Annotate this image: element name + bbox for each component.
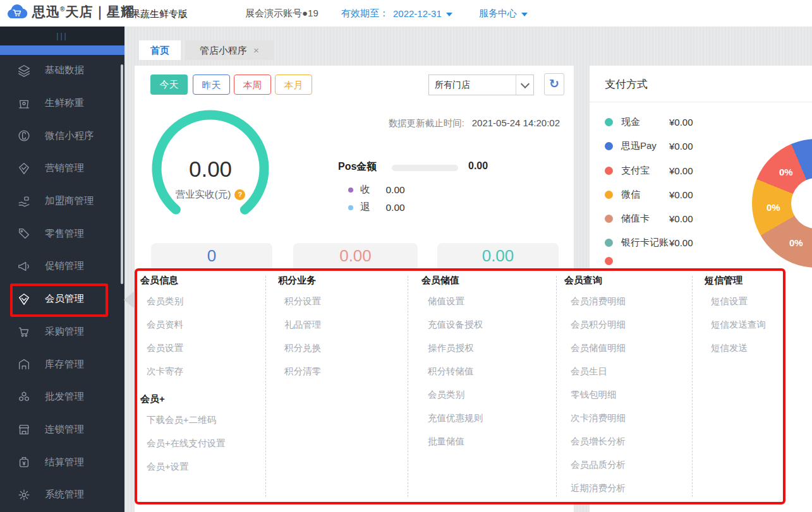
- filter-this-week-button[interactable]: 本周: [234, 74, 271, 95]
- section-header: 积分业务: [278, 271, 404, 290]
- tab-miniprogram[interactable]: 管店小程序 ×: [185, 40, 274, 60]
- revenue-label: 营业实收(元): [176, 188, 231, 201]
- tab-miniprogram-label: 管店小程序: [200, 40, 247, 60]
- menu-item[interactable]: 会员生日: [564, 360, 689, 383]
- menu-item[interactable]: 次卡消费明细: [564, 407, 689, 430]
- popup-column-member-info: 会员信息 会员类别 会员资料 会员设置 次卡寄存 会员+ 下载会员+二维码 会员…: [140, 271, 264, 479]
- sidebar-item-system[interactable]: 系统管理: [0, 479, 124, 511]
- menu-item[interactable]: 批量储值: [421, 430, 553, 453]
- menu-item[interactable]: 会员+设置: [140, 455, 264, 479]
- sidebar-item-marketing[interactable]: 营销管理: [0, 152, 124, 185]
- menu-item[interactable]: 会员品质分析: [564, 453, 689, 477]
- sidebar-item-settlement[interactable]: 结算管理: [0, 446, 124, 479]
- legend-stored-value-card: 储值卡 ¥0.00: [605, 213, 693, 225]
- legend-dot-icon: [605, 215, 613, 223]
- menu-item[interactable]: 会员+在线支付设置: [140, 432, 264, 455]
- franchise-icon: [17, 194, 31, 208]
- receive-label: 收: [360, 183, 370, 196]
- filter-today-button[interactable]: 今天: [150, 74, 188, 95]
- filter-this-month-button[interactable]: 本月: [275, 74, 312, 95]
- donut-label-alipay: 0%: [779, 167, 793, 177]
- menu-item[interactable]: 积分清零: [278, 360, 404, 383]
- chevron-down-icon: [520, 79, 529, 88]
- refund-dot-icon: [348, 205, 353, 210]
- data-update-time: 数据更新截止时间:2021-05-24 14:20:02: [389, 117, 560, 129]
- menu-item[interactable]: 短信发送: [705, 336, 787, 360]
- legend-dot-icon: [605, 142, 613, 150]
- sidebar-item-wechat-miniprogram[interactable]: 微信小程序: [0, 119, 124, 152]
- filter-yesterday-button[interactable]: 昨天: [193, 74, 230, 95]
- member-management-popup: 会员信息 会员类别 会员资料 会员设置 次卡寄存 会员+ 下载会员+二维码 会员…: [135, 268, 785, 504]
- menu-item[interactable]: 会员储值明细: [564, 336, 689, 360]
- sidebar-scrollbar[interactable]: [121, 64, 123, 284]
- gear-icon: [17, 488, 31, 502]
- validity-label: 有效期至：: [341, 8, 389, 20]
- menu-item[interactable]: 下载会员+二维码: [140, 408, 264, 432]
- pos-total-value: 0.00: [468, 160, 488, 172]
- pos-refund-row: 退 0.00: [348, 201, 405, 214]
- menu-item[interactable]: 积分设置: [278, 290, 404, 313]
- store-select[interactable]: 所有门店: [428, 74, 534, 95]
- validity-dropdown[interactable]: 有效期至：2022-12-31: [341, 8, 452, 20]
- menu-item[interactable]: 会员类别: [140, 290, 264, 313]
- section-header: 会员查询: [564, 271, 689, 290]
- divider: [590, 102, 812, 102]
- menu-item[interactable]: 短信设置: [705, 290, 787, 313]
- donut-label-wechat: 0%: [767, 202, 780, 213]
- close-icon[interactable]: ×: [253, 40, 259, 60]
- legend-sixun-pay: 思迅Pay ¥0.00: [605, 140, 693, 152]
- layers-icon: [17, 64, 31, 78]
- select-chevron-area[interactable]: [516, 75, 533, 95]
- sidebar-item-chain-store[interactable]: 连锁管理: [0, 414, 124, 446]
- service-center-label: 服务中心: [479, 8, 517, 20]
- menu-item[interactable]: 积分转储值: [421, 360, 553, 383]
- sidebar-item-inventory[interactable]: 库存管理: [0, 348, 124, 381]
- store-select-value: 所有门店: [429, 80, 516, 91]
- revenue-label-row: 营业实收(元) ?: [150, 188, 270, 201]
- storefront-icon: [17, 422, 31, 436]
- sidebar-item-member-management[interactable]: 会员管理: [0, 283, 124, 316]
- menu-item[interactable]: 充值设备授权: [421, 313, 553, 336]
- tag-icon: [17, 227, 31, 241]
- sidebar-item-retail[interactable]: 零售管理: [0, 217, 124, 250]
- sidebar-item-purchasing[interactable]: 采购管理: [0, 316, 124, 348]
- wallet-icon: [17, 455, 31, 469]
- menu-item[interactable]: 会员资料: [140, 313, 264, 336]
- revenue-value: 0.00: [150, 157, 270, 182]
- chevron-down-icon: [446, 13, 452, 16]
- menu-item[interactable]: 次卡寄存: [140, 360, 264, 383]
- sidebar-menu: 基础数据 生鲜称重 微信小程序 营销管理 加盟商管理 零售管理: [0, 54, 124, 511]
- menu-item[interactable]: 会员类别: [421, 383, 553, 407]
- pos-amount-title: Pos金额: [338, 160, 377, 174]
- cart-icon: [17, 324, 31, 338]
- menu-item[interactable]: 会员积分明细: [564, 313, 689, 336]
- menu-item[interactable]: 礼品管理: [278, 313, 404, 336]
- menu-item[interactable]: 充值优惠规则: [421, 407, 553, 430]
- sidebar-item-wholesale[interactable]: 批发管理: [0, 381, 124, 414]
- menu-item[interactable]: 操作员授权: [421, 336, 553, 360]
- menu-item[interactable]: 会员消费明细: [564, 290, 689, 313]
- menu-item[interactable]: 短信发送查询: [705, 313, 787, 336]
- menu-item[interactable]: 零钱包明细: [564, 383, 689, 407]
- pos-progress-bar: [392, 165, 458, 171]
- menu-item[interactable]: 储值设置: [421, 290, 553, 313]
- sidebar-item-promotion[interactable]: 促销管理: [0, 250, 124, 283]
- legend-dot-icon: [605, 257, 613, 265]
- section-header: 会员储值: [421, 271, 553, 290]
- divider: [556, 276, 557, 497]
- menu-item[interactable]: 积分兑换: [278, 336, 404, 360]
- sidebar-item-fresh-weighing[interactable]: 生鲜称重: [0, 87, 124, 120]
- sidebar-item-basic-data[interactable]: 基础数据: [0, 54, 124, 87]
- help-icon[interactable]: ?: [234, 189, 245, 200]
- sidebar-collapse-button[interactable]: |||: [0, 27, 124, 45]
- section-header: 短信管理: [705, 271, 787, 290]
- menu-item[interactable]: 会员设置: [140, 336, 264, 360]
- legend-wechat: 微信 ¥0.00: [605, 189, 693, 201]
- menu-item[interactable]: 会员增长分析: [564, 430, 689, 453]
- refresh-button[interactable]: ↻: [544, 73, 564, 95]
- menu-item[interactable]: 近期消费分析: [564, 477, 689, 500]
- tab-home[interactable]: 首页: [139, 40, 181, 60]
- sidebar-item-franchise[interactable]: 加盟商管理: [0, 185, 124, 218]
- service-center-dropdown[interactable]: 服务中心: [479, 8, 528, 20]
- update-time-label: 数据更新截止时间:: [389, 118, 464, 128]
